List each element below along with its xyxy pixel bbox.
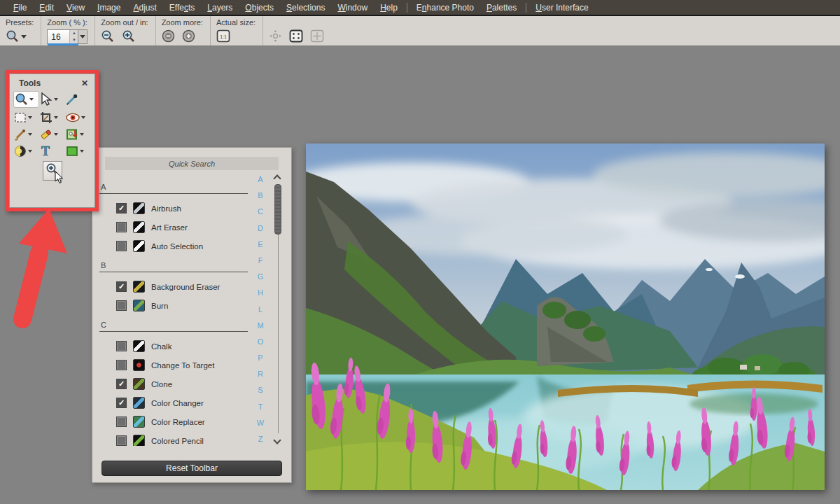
checked-checkbox[interactable]: ✓ [116, 203, 127, 214]
paint-brush-tool-button[interactable] [13, 127, 39, 141]
index-letter-l[interactable]: L [258, 306, 262, 314]
index-letter-c[interactable]: C [258, 208, 263, 216]
annotation-arrow [0, 207, 91, 333]
list-item-colored-pencil[interactable]: Colored Pencil [99, 431, 248, 446]
lighten-darken-tool-button[interactable] [13, 144, 39, 158]
menu-item-adjust[interactable]: Adjust [127, 0, 162, 15]
zoom-tool-button[interactable] [13, 91, 39, 108]
index-letter-s[interactable]: S [258, 386, 262, 394]
flyout-caret-icon[interactable] [54, 98, 58, 101]
unchecked-checkbox[interactable] [116, 300, 127, 311]
list-item-background-eraser[interactable]: ✓Background Eraser [99, 277, 248, 296]
menu-item-selections[interactable]: Selections [280, 0, 331, 15]
checked-checkbox[interactable]: ✓ [116, 281, 127, 292]
menu-item-window[interactable]: Window [331, 0, 374, 15]
menu-item-effects[interactable]: Effects [163, 0, 201, 15]
list-item-chalk[interactable]: Chalk [99, 337, 248, 356]
list-item-color-changer[interactable]: ✓Color Changer [99, 393, 248, 412]
menu-item-enhance-photo[interactable]: Enhance Photo [410, 0, 480, 15]
menu-item-palettes[interactable]: Palettes [480, 0, 523, 15]
unchecked-checkbox[interactable] [116, 341, 127, 351]
flyout-caret-icon[interactable] [28, 133, 32, 136]
unchecked-checkbox[interactable] [116, 222, 127, 232]
close-icon[interactable]: ✕ [81, 80, 88, 87]
selection-tool-button[interactable] [13, 111, 39, 125]
scroll-up-icon[interactable] [273, 174, 281, 182]
eraser-tool-button[interactable] [39, 127, 65, 141]
reset-toolbar-button[interactable]: Reset Toolbar [102, 461, 282, 476]
flyout-caret-icon[interactable] [80, 150, 84, 153]
index-letter-d[interactable]: D [258, 225, 263, 232]
crop-tool-button[interactable] [39, 111, 65, 125]
flyout-caret-icon[interactable] [29, 98, 34, 101]
index-letter-z[interactable]: Z [258, 435, 263, 443]
toolbar-group: Zoom more: [156, 16, 211, 46]
unchecked-checkbox[interactable] [116, 435, 127, 446]
checked-checkbox[interactable]: ✓ [116, 379, 127, 389]
scrollbar[interactable] [272, 176, 284, 443]
picture-tube-tool-button[interactable] [65, 127, 91, 141]
zoom-out-icon[interactable] [101, 29, 115, 43]
list-item-clone[interactable]: ✓Clone [99, 374, 248, 393]
index-letter-a[interactable]: A [258, 176, 262, 183]
checked-checkbox[interactable]: ✓ [116, 398, 127, 408]
index-letter-h[interactable]: H [258, 289, 263, 297]
list-item-art-eraser[interactable]: Art Eraser [99, 218, 248, 237]
flyout-caret-icon[interactable] [54, 116, 58, 119]
canvas-image[interactable] [306, 144, 825, 490]
menu-item-edit[interactable]: Edit [33, 0, 60, 15]
zoom-dropdown-button[interactable] [78, 30, 87, 43]
index-letter-m[interactable]: M [257, 322, 263, 330]
index-letter-e[interactable]: E [258, 241, 262, 248]
dropdown-caret-icon[interactable] [21, 35, 27, 38]
list-item-auto-selection[interactable]: Auto Selection [99, 237, 248, 255]
pick-tool-button[interactable] [39, 92, 65, 106]
rectangle-tool-button[interactable] [65, 145, 91, 158]
list-item-color-replacer[interactable]: Color Replacer [99, 412, 248, 431]
toolbar-group: Zoom ( % ):16▲▼ [41, 16, 95, 46]
index-letter-g[interactable]: G [258, 273, 264, 281]
menu-item-layers[interactable]: Layers [201, 0, 239, 15]
flyout-caret-icon[interactable] [54, 133, 58, 136]
index-letter-o[interactable]: O [258, 338, 264, 346]
flyout-caret-icon[interactable] [81, 116, 85, 119]
scroll-down-icon[interactable] [273, 436, 281, 444]
flyout-caret-icon[interactable] [28, 116, 32, 119]
scrollbar-thumb[interactable] [274, 184, 281, 234]
unchecked-checkbox[interactable] [116, 360, 127, 370]
spinner-arrows[interactable]: ▲▼ [69, 30, 78, 43]
quick-search-label: Quick Search [169, 160, 215, 168]
zoom-percent-value[interactable]: 16 [48, 30, 69, 43]
list-item-burn[interactable]: Burn [99, 296, 248, 315]
presets-zoom-icon[interactable] [6, 29, 27, 43]
menu-item-file[interactable]: File [7, 0, 33, 15]
unchecked-checkbox[interactable] [116, 416, 127, 427]
menu-item-objects[interactable]: Objects [239, 0, 280, 15]
added-zoom-tool-button[interactable] [43, 161, 62, 181]
index-letter-f[interactable]: F [258, 257, 263, 265]
quick-search-bar[interactable]: Quick Search [105, 157, 279, 170]
zoom-percent-spinner[interactable]: 16▲▼ [47, 29, 88, 44]
actual-size-icon[interactable]: 1:1 [216, 29, 230, 43]
zoom-in-more-icon[interactable] [182, 29, 195, 43]
red-eye-tool-button[interactable] [65, 111, 91, 124]
index-letter-w[interactable]: W [257, 419, 264, 427]
menu-item-view[interactable]: View [60, 0, 91, 15]
flyout-caret-icon[interactable] [28, 150, 32, 153]
list-item-change-to-target[interactable]: Change To Target [99, 356, 248, 374]
text-tool-button[interactable]: T [39, 144, 65, 158]
menu-item-image[interactable]: Image [91, 0, 127, 15]
index-letter-t[interactable]: T [258, 403, 263, 411]
index-letter-p[interactable]: P [258, 354, 262, 362]
dropper-tool-button[interactable] [65, 92, 91, 106]
menu-item-user-interface[interactable]: User Interface [529, 0, 594, 15]
fit-image-icon[interactable] [289, 29, 303, 43]
menu-item-help[interactable]: Help [374, 0, 404, 15]
index-letter-r[interactable]: R [258, 370, 263, 378]
flyout-caret-icon[interactable] [80, 133, 84, 136]
zoom-in-icon[interactable] [122, 29, 136, 43]
unchecked-checkbox[interactable] [116, 241, 127, 251]
list-item-airbrush[interactable]: ✓Airbrush [99, 199, 248, 218]
zoom-out-more-icon[interactable] [162, 29, 175, 43]
index-letter-b[interactable]: B [258, 192, 262, 200]
